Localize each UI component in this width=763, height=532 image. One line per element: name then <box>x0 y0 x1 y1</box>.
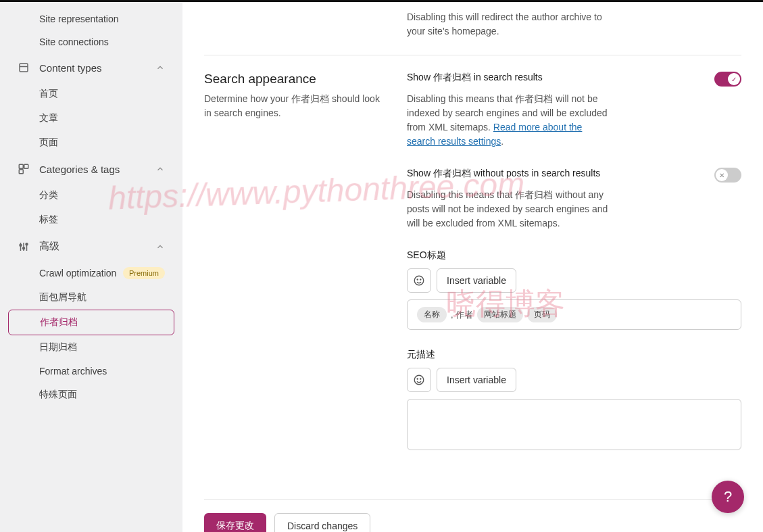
smile-icon <box>413 274 425 287</box>
toggle-show-without-posts[interactable]: ✕ <box>714 168 741 183</box>
sliders-icon <box>18 241 30 253</box>
insert-variable-button-meta[interactable]: Insert variable <box>437 368 516 392</box>
svg-point-8 <box>20 244 22 246</box>
svg-point-13 <box>420 279 421 280</box>
label-meta-desc: 元描述 <box>407 349 741 361</box>
footer-actions: 保存更改 Discard changes <box>204 499 741 532</box>
svg-point-12 <box>417 279 418 280</box>
sidebar: Site representation Site connections Con… <box>0 2 182 532</box>
toggle-show-in-results[interactable]: ✓ <box>714 72 741 87</box>
meta-desc-input[interactable] <box>407 399 741 450</box>
sidebar-group-content-types[interactable]: Content types <box>8 53 174 82</box>
sidebar-item-special-pages[interactable]: 特殊页面 <box>8 383 174 407</box>
sidebar-item-date-archives[interactable]: 日期归档 <box>8 335 174 360</box>
svg-point-11 <box>414 276 424 285</box>
help-button[interactable]: ? <box>712 481 744 513</box>
chip-page[interactable]: 页码 <box>527 307 557 322</box>
chevron-up-icon <box>155 242 165 251</box>
section-title-search-appearance: Search appearance <box>204 72 380 87</box>
sidebar-item-home[interactable]: 首页 <box>8 82 174 106</box>
chevron-up-icon <box>155 164 165 174</box>
emoji-button[interactable] <box>407 268 431 293</box>
seo-title-input[interactable]: 名称 , 作者 网站标题 页码 <box>407 299 741 330</box>
insert-variable-button-title[interactable]: Insert variable <box>437 268 516 293</box>
sidebar-item-pages[interactable]: 页面 <box>8 130 174 155</box>
setting-desc-show-in-results: Disabling this means that 作者归档 will not … <box>407 92 610 149</box>
chip-site-title[interactable]: 网站标题 <box>477 307 523 322</box>
svg-rect-2 <box>19 164 23 168</box>
svg-point-10 <box>26 243 28 245</box>
svg-rect-4 <box>19 170 23 174</box>
premium-badge: Premium <box>123 267 165 279</box>
intro-note: Disabling this will redirect the author … <box>407 10 610 39</box>
setting-desc-show-without-posts: Disabling this means that 作者归档 without a… <box>407 188 610 231</box>
sidebar-item-breadcrumbs[interactable]: 面包屑导航 <box>8 285 174 310</box>
question-icon: ? <box>724 488 732 506</box>
discard-button[interactable]: Discard changes <box>274 513 370 532</box>
svg-point-16 <box>420 379 421 379</box>
save-button[interactable]: 保存更改 <box>204 513 266 532</box>
svg-rect-0 <box>20 64 28 72</box>
sidebar-item-tags[interactable]: 标签 <box>8 208 174 232</box>
label-seo-title: SEO标题 <box>407 249 741 262</box>
svg-point-14 <box>414 375 424 385</box>
svg-point-9 <box>23 247 25 249</box>
emoji-button-meta[interactable] <box>407 368 431 392</box>
sidebar-item-categories[interactable]: 分类 <box>8 183 174 208</box>
sidebar-item-site-connections[interactable]: Site connections <box>8 30 174 53</box>
svg-point-15 <box>417 379 418 379</box>
content-types-icon <box>18 62 30 74</box>
sidebar-group-advanced[interactable]: 高级 <box>8 232 174 261</box>
check-icon: ✓ <box>728 73 740 85</box>
sidebar-item-site-representation[interactable]: Site representation <box>8 7 174 30</box>
sidebar-item-format-archives[interactable]: Format archives <box>8 360 174 383</box>
sidebar-item-crawl-optimization[interactable]: Crawl optimization Premium <box>8 261 174 285</box>
main-content: Disabling this will redirect the author … <box>182 2 763 532</box>
chip-name[interactable]: 名称 <box>417 307 447 322</box>
setting-title-show-without-posts: Show 作者归档 without posts in search result… <box>407 168 600 180</box>
svg-rect-3 <box>24 164 28 168</box>
sidebar-group-categories-tags[interactable]: Categories & tags <box>8 155 174 183</box>
smile-icon <box>413 374 425 386</box>
setting-title-show-in-results: Show 作者归档 in search results <box>407 72 543 84</box>
sidebar-item-posts[interactable]: 文章 <box>8 106 174 130</box>
section-desc: Determine how your 作者归档 should look in s… <box>204 92 380 120</box>
sidebar-item-author-archives[interactable]: 作者归档 <box>8 310 174 335</box>
x-icon: ✕ <box>716 169 728 181</box>
categories-icon <box>18 163 30 175</box>
chevron-up-icon <box>155 63 165 72</box>
